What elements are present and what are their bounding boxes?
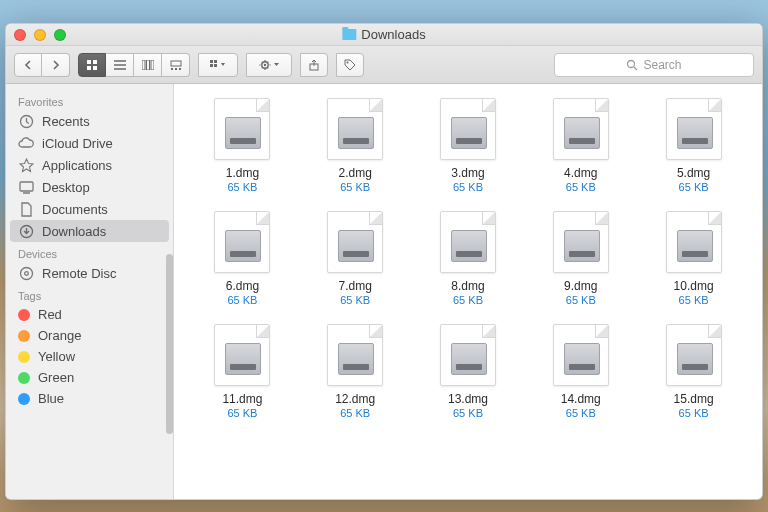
desktop-icon [18, 179, 34, 195]
finder-window: Downloads Search [5, 23, 763, 500]
search-icon [626, 59, 638, 71]
sidebar-label: iCloud Drive [42, 136, 113, 151]
file-name: 4.dmg [564, 166, 597, 180]
sidebar-item-remote-disc[interactable]: Remote Disc [6, 262, 173, 284]
sidebar-label: Recents [42, 114, 90, 129]
svg-rect-7 [142, 60, 145, 70]
sidebar-label: Downloads [42, 224, 106, 239]
svg-rect-10 [171, 61, 181, 66]
list-view-button[interactable] [106, 53, 134, 77]
file-item[interactable]: 3.dmg65 KB [418, 98, 519, 193]
action-button[interactable] [246, 53, 292, 77]
traffic-lights [14, 29, 66, 41]
close-button[interactable] [14, 29, 26, 41]
svg-rect-16 [210, 64, 213, 67]
file-grid-area[interactable]: 1.dmg65 KB2.dmg65 KB3.dmg65 KB4.dmg65 KB… [174, 84, 762, 499]
file-item[interactable]: 7.dmg65 KB [305, 211, 406, 306]
sidebar-label: Orange [38, 328, 81, 343]
fullscreen-button[interactable] [54, 29, 66, 41]
documents-icon [18, 201, 34, 217]
view-mode-buttons [78, 53, 190, 77]
forward-button[interactable] [42, 53, 70, 77]
column-view-button[interactable] [134, 53, 162, 77]
sidebar-item-downloads[interactable]: Downloads [10, 220, 169, 242]
sidebar-header-tags: Tags [6, 284, 173, 304]
sidebar-tag-orange[interactable]: Orange [6, 325, 173, 346]
tag-dot-icon [18, 393, 30, 405]
file-item[interactable]: 11.dmg65 KB [192, 324, 293, 419]
file-item[interactable]: 14.dmg65 KB [530, 324, 631, 419]
search-field[interactable]: Search [554, 53, 754, 77]
sidebar-item-documents[interactable]: Documents [6, 198, 173, 220]
svg-rect-9 [151, 60, 154, 70]
tag-dot-icon [18, 330, 30, 342]
arrange-button[interactable] [198, 53, 238, 77]
cloud-icon [18, 135, 34, 151]
dmg-file-icon [440, 211, 496, 273]
sidebar-header-devices: Devices [6, 242, 173, 262]
share-button[interactable] [300, 53, 328, 77]
file-size: 65 KB [453, 407, 483, 419]
sidebar-label: Yellow [38, 349, 75, 364]
file-item[interactable]: 15.dmg65 KB [643, 324, 744, 419]
file-grid: 1.dmg65 KB2.dmg65 KB3.dmg65 KB4.dmg65 KB… [192, 98, 744, 419]
file-item[interactable]: 2.dmg65 KB [305, 98, 406, 193]
dmg-file-icon [553, 98, 609, 160]
svg-rect-14 [210, 60, 213, 63]
file-item[interactable]: 13.dmg65 KB [418, 324, 519, 419]
titlebar[interactable]: Downloads [6, 24, 762, 46]
sidebar-tag-green[interactable]: Green [6, 367, 173, 388]
sidebar-label: Green [38, 370, 74, 385]
file-name: 10.dmg [674, 279, 714, 293]
file-item[interactable]: 12.dmg65 KB [305, 324, 406, 419]
sidebar-item-desktop[interactable]: Desktop [6, 176, 173, 198]
file-item[interactable]: 6.dmg65 KB [192, 211, 293, 306]
clock-icon [18, 113, 34, 129]
sidebar-item-recents[interactable]: Recents [6, 110, 173, 132]
file-item[interactable]: 10.dmg65 KB [643, 211, 744, 306]
svg-rect-11 [171, 68, 173, 70]
file-size: 65 KB [453, 294, 483, 306]
dmg-file-icon [214, 211, 270, 273]
file-size: 65 KB [227, 181, 257, 193]
dmg-file-icon [553, 211, 609, 273]
sidebar-scrollbar[interactable] [166, 254, 173, 434]
file-item[interactable]: 8.dmg65 KB [418, 211, 519, 306]
file-name: 8.dmg [451, 279, 484, 293]
svg-rect-25 [20, 182, 33, 191]
sidebar-label: Desktop [42, 180, 90, 195]
file-size: 65 KB [227, 407, 257, 419]
window-body: Favorites Recents iCloud Drive Applicati… [6, 84, 762, 499]
sidebar-item-applications[interactable]: Applications [6, 154, 173, 176]
dmg-file-icon [214, 324, 270, 386]
file-size: 65 KB [340, 294, 370, 306]
back-button[interactable] [14, 53, 42, 77]
file-item[interactable]: 4.dmg65 KB [530, 98, 631, 193]
sidebar-item-icloud[interactable]: iCloud Drive [6, 132, 173, 154]
sidebar-tag-blue[interactable]: Blue [6, 388, 173, 409]
sidebar-tag-red[interactable]: Red [6, 304, 173, 325]
file-size: 65 KB [453, 181, 483, 193]
svg-rect-17 [214, 64, 217, 67]
minimize-button[interactable] [34, 29, 46, 41]
file-name: 6.dmg [226, 279, 259, 293]
tag-dot-icon [18, 351, 30, 363]
icon-view-button[interactable] [78, 53, 106, 77]
file-item[interactable]: 5.dmg65 KB [643, 98, 744, 193]
sidebar-tag-yellow[interactable]: Yellow [6, 346, 173, 367]
sidebar-label: Documents [42, 202, 108, 217]
tags-button[interactable] [336, 53, 364, 77]
file-item[interactable]: 9.dmg65 KB [530, 211, 631, 306]
file-size: 65 KB [566, 407, 596, 419]
window-title-text: Downloads [361, 27, 425, 42]
file-size: 65 KB [340, 181, 370, 193]
svg-line-23 [634, 67, 637, 70]
sidebar-label: Blue [38, 391, 64, 406]
file-size: 65 KB [679, 294, 709, 306]
file-size: 65 KB [340, 407, 370, 419]
apps-icon [18, 157, 34, 173]
file-size: 65 KB [566, 181, 596, 193]
folder-icon [342, 29, 356, 40]
gallery-view-button[interactable] [162, 53, 190, 77]
file-item[interactable]: 1.dmg65 KB [192, 98, 293, 193]
